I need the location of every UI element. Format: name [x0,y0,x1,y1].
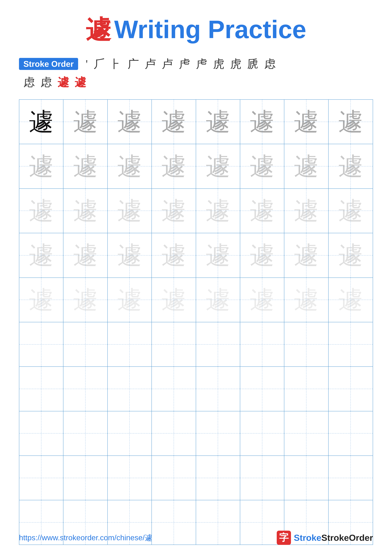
grid-cell-4-7[interactable]: 遽 [284,233,328,277]
grid-cell-6-6[interactable] [240,322,284,366]
stroke-step-1: ' [83,58,91,71]
grid-row-4: 遽 遽 遽 遽 遽 遽 遽 遽 [19,233,373,278]
grid-cell-3-6[interactable]: 遽 [240,189,284,233]
grid-cell-3-4[interactable]: 遽 [152,189,196,233]
grid-cell-1-8[interactable]: 遽 [328,100,373,144]
grid-cell-5-6[interactable]: 遽 [240,278,284,322]
grid-cell-5-7[interactable]: 遽 [284,278,328,322]
grid-cell-6-7[interactable] [284,322,328,366]
grid-cell-2-2[interactable]: 遽 [64,144,107,188]
stroke-order-badge: Stroke Order [19,58,78,70]
grid-cell-3-2[interactable]: 遽 [64,189,107,233]
grid-cell-7-5[interactable] [196,367,240,411]
grid-cell-1-1[interactable]: 遽 [19,100,64,144]
stroke-order-row2: 虑 虑 遽 遽 [19,75,373,90]
grid-cell-6-2[interactable] [64,322,107,366]
grid-cell-6-3[interactable] [108,322,152,366]
practice-char-guide: 遽 [117,283,142,316]
stroke-order-section: Stroke Order ' ⺁ ⺊ 广 卢 卢 虍 虍 虎 虎 虒 虑 虑 虑… [19,56,373,90]
stroke-step-14: 虑 [38,75,55,90]
grid-cell-9-5[interactable] [196,456,240,500]
grid-cell-4-1[interactable]: 遽 [19,233,64,277]
footer: https://www.strokeorder.com/chinese/遽 字 … [0,531,392,545]
grid-cell-2-8[interactable]: 遽 [328,144,373,188]
grid-cell-9-8[interactable] [328,456,373,500]
grid-cell-8-7[interactable] [284,411,328,455]
grid-cell-5-5[interactable]: 遽 [196,278,240,322]
grid-cell-6-8[interactable] [328,322,373,366]
grid-cell-6-4[interactable] [152,322,196,366]
grid-cell-1-4[interactable]: 遽 [152,100,196,144]
grid-cell-9-1[interactable] [19,456,64,500]
grid-cell-8-4[interactable] [152,411,196,455]
grid-cell-4-6[interactable]: 遽 [240,233,284,277]
grid-cell-2-4[interactable]: 遽 [152,144,196,188]
grid-cell-1-3[interactable]: 遽 [108,100,152,144]
practice-char-guide: 遽 [161,239,186,272]
grid-cell-8-2[interactable] [64,411,107,455]
practice-char-guide: 遽 [73,150,98,183]
grid-cell-4-2[interactable]: 遽 [64,233,107,277]
grid-cell-7-3[interactable] [108,367,152,411]
practice-char-guide: 遽 [206,105,230,138]
grid-cell-7-6[interactable] [240,367,284,411]
stroke-step-3: ⺊ [108,56,125,72]
grid-cell-6-1[interactable] [19,322,64,366]
grid-cell-8-5[interactable] [196,411,240,455]
grid-cell-2-7[interactable]: 遽 [284,144,328,188]
grid-cell-9-4[interactable] [152,456,196,500]
grid-cell-8-3[interactable] [108,411,152,455]
practice-char-guide: 遽 [73,283,98,316]
grid-cell-8-6[interactable] [240,411,284,455]
grid-cell-5-3[interactable]: 遽 [108,278,152,322]
grid-cell-7-8[interactable] [328,367,373,411]
grid-cell-4-5[interactable]: 遽 [196,233,240,277]
grid-cell-1-5[interactable]: 遽 [196,100,240,144]
practice-char-guide: 遽 [29,283,53,316]
practice-grid: 遽 遽 遽 遽 遽 遽 遽 遽 [19,99,373,545]
grid-cell-2-1[interactable]: 遽 [19,144,64,188]
grid-cell-1-7[interactable]: 遽 [284,100,328,144]
grid-cell-7-2[interactable] [64,367,107,411]
grid-cell-5-1[interactable]: 遽 [19,278,64,322]
stroke-step-4: 广 [125,56,142,72]
footer-url[interactable]: https://www.strokeorder.com/chinese/遽 [19,533,152,543]
grid-cell-7-1[interactable] [19,367,64,411]
grid-cell-5-8[interactable]: 遽 [328,278,373,322]
grid-cell-3-1[interactable]: 遽 [19,189,64,233]
grid-cell-4-4[interactable]: 遽 [152,233,196,277]
grid-cell-1-6[interactable]: 遽 [240,100,284,144]
practice-char-guide: 遽 [117,194,142,227]
grid-cell-7-4[interactable] [152,367,196,411]
grid-cell-3-3[interactable]: 遽 [108,189,152,233]
grid-row-8 [19,411,373,456]
grid-cell-2-5[interactable]: 遽 [196,144,240,188]
grid-cell-6-5[interactable] [196,322,240,366]
grid-cell-3-7[interactable]: 遽 [284,189,328,233]
stroke-step-16: 遽 [72,75,89,90]
grid-cell-4-8[interactable]: 遽 [328,233,373,277]
footer-brand-name: StrokeStrokeOrder [294,533,373,543]
grid-cell-9-7[interactable] [284,456,328,500]
practice-char-guide: 遽 [338,283,363,316]
grid-cell-4-3[interactable]: 遽 [108,233,152,277]
grid-cell-8-1[interactable] [19,411,64,455]
grid-cell-9-2[interactable] [64,456,107,500]
grid-row-7 [19,367,373,411]
grid-cell-3-8[interactable]: 遽 [328,189,373,233]
grid-cell-3-5[interactable]: 遽 [196,189,240,233]
grid-cell-1-2[interactable]: 遽 [64,100,107,144]
stroke-step-13: 虑 [21,75,38,90]
grid-cell-9-6[interactable] [240,456,284,500]
grid-cell-2-6[interactable]: 遽 [240,144,284,188]
page-title: 遽Writing Practice [86,13,306,47]
grid-cell-5-2[interactable]: 遽 [64,278,107,322]
grid-cell-2-3[interactable]: 遽 [108,144,152,188]
grid-cell-5-4[interactable]: 遽 [152,278,196,322]
grid-cell-9-3[interactable] [108,456,152,500]
stroke-step-7: 虍 [176,56,193,72]
grid-cell-8-8[interactable] [328,411,373,455]
practice-char-guide: 遽 [161,105,186,138]
practice-char-guide: 遽 [250,283,274,316]
grid-cell-7-7[interactable] [284,367,328,411]
